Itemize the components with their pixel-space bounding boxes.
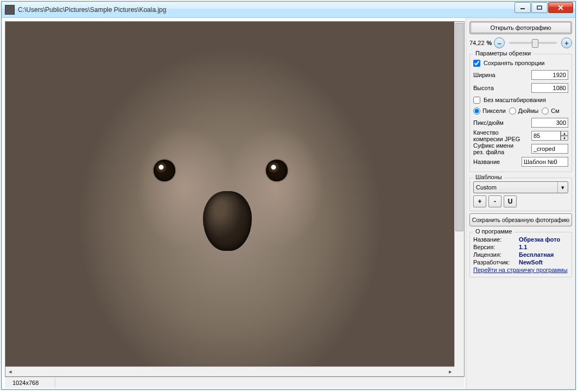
window-title: C:\Users\Public\Pictures\Sample Pictures… <box>18 6 166 14</box>
about-homepage-link[interactable]: Перейти на страничку программы <box>473 267 568 273</box>
image-content[interactable] <box>5 22 455 367</box>
crop-params-group: Параметры обрезки Сохранять пропорции Ши… <box>469 54 572 172</box>
templates-group: Шаблоны Custom ▾ + - U <box>469 178 572 211</box>
template-remove-button[interactable]: - <box>488 195 501 207</box>
crop-group-title: Параметры обрезки <box>473 50 533 56</box>
height-label: Высота <box>473 85 528 91</box>
height-field[interactable] <box>531 83 568 93</box>
ppi-field[interactable] <box>531 118 568 128</box>
width-label: Ширина <box>473 72 528 78</box>
suffix-field[interactable] <box>531 144 568 154</box>
template-update-button[interactable]: U <box>504 195 517 207</box>
photo-preview <box>5 22 455 367</box>
app-window: C:\Users\Public\Pictures\Sample Pictures… <box>1 1 576 390</box>
chevron-down-icon: ▾ <box>557 182 568 193</box>
about-version-label: Версия: <box>473 244 516 250</box>
horizontal-scrollbar[interactable]: ◂ ▸ <box>5 366 455 376</box>
app-icon <box>5 5 15 15</box>
no-scaling-checkbox[interactable] <box>473 97 480 104</box>
jpeg-quality-field[interactable] <box>531 131 561 141</box>
scroll-left-icon[interactable]: ◂ <box>5 367 15 376</box>
about-version-value: 1.1 <box>519 244 527 250</box>
svg-rect-1 <box>537 6 542 9</box>
vertical-scrollbar[interactable] <box>454 22 464 367</box>
jpeg-quality-label: Качествокомпресии JPEG <box>473 129 528 142</box>
side-panel: Открыть фотографию 74,22 % – + Параметры… <box>466 18 575 389</box>
zoom-out-button[interactable]: – <box>494 37 505 48</box>
zoom-in-button[interactable]: + <box>561 37 572 48</box>
jpeg-spin-up-button[interactable]: ▲ <box>561 131 568 136</box>
keep-proportions-checkbox[interactable] <box>473 60 480 67</box>
template-name-label: Название <box>473 159 518 165</box>
minimize-button[interactable] <box>515 2 531 13</box>
close-button[interactable] <box>548 2 573 13</box>
about-name-value: Обрезка фото <box>519 236 560 243</box>
no-scaling-label: Без масштабирования <box>484 97 546 103</box>
image-panel: ◂ ▸ 1024x768 <box>2 18 466 389</box>
percent-label: % <box>487 40 492 46</box>
open-photo-button[interactable]: Открыть фотографию <box>469 21 572 34</box>
scroll-right-icon[interactable]: ▸ <box>446 367 455 376</box>
about-dev-label: Разработчик: <box>473 259 516 265</box>
templates-group-title: Шаблоны <box>473 174 504 180</box>
about-license-label: Лицензия: <box>473 251 516 258</box>
svg-line-3 <box>558 5 563 10</box>
svg-line-2 <box>558 5 563 10</box>
statusbar: 1024x768 <box>5 377 465 388</box>
about-group-title: О программе <box>473 228 514 235</box>
zoom-slider[interactable] <box>509 42 557 44</box>
status-dimensions: 1024x768 <box>8 377 55 388</box>
units-pixels-radio[interactable] <box>473 108 480 115</box>
save-cropped-button[interactable]: Сохранить обрезанную фотографию <box>469 213 572 226</box>
about-license-value: Бесплатная <box>519 251 554 258</box>
jpeg-spin-down-button[interactable]: ▼ <box>561 136 568 141</box>
ppi-label: Пикс/дюйм <box>473 119 528 126</box>
units-inches-label: Дюймы <box>518 108 538 114</box>
suffix-label: Суфикс именирез. файла <box>473 142 528 155</box>
template-name-field[interactable] <box>522 157 568 167</box>
about-group: О программе Название:Обрезка фото Версия… <box>469 232 572 277</box>
units-cm-label: См <box>551 108 560 114</box>
image-viewport: ◂ ▸ <box>5 21 465 377</box>
zoom-value: 74,22 <box>469 40 485 46</box>
maximize-button[interactable] <box>531 2 548 13</box>
units-pixels-label: Пиксели <box>482 108 506 114</box>
width-field[interactable] <box>531 70 568 80</box>
about-name-label: Название: <box>473 236 516 243</box>
templates-selected: Custom <box>476 184 497 191</box>
keep-proportions-label: Сохранять пропорции <box>484 60 545 66</box>
titlebar: C:\Users\Public\Pictures\Sample Pictures… <box>2 2 575 18</box>
templates-dropdown[interactable]: Custom ▾ <box>473 181 568 193</box>
about-dev-value: NewSoft <box>519 259 543 265</box>
template-add-button[interactable]: + <box>473 195 486 207</box>
units-inches-radio[interactable] <box>509 108 516 115</box>
units-cm-radio[interactable] <box>542 108 549 115</box>
